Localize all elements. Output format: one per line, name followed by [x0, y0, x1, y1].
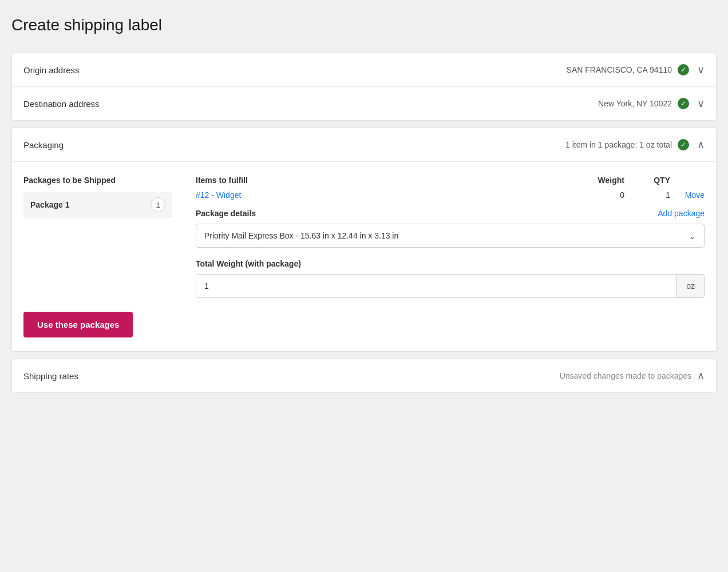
shipping-rates-chevron-icon: ∧ — [697, 370, 705, 382]
origin-value: SAN FRANCISCO, CA 94110 — [567, 65, 672, 74]
weight-label: Total Weight (with package) — [196, 259, 705, 268]
weight-input[interactable] — [196, 275, 676, 297]
items-header-qty: QTY — [624, 176, 670, 185]
item-link[interactable]: #12 - Widget — [196, 190, 567, 200]
origin-address-row[interactable]: Origin address SAN FRANCISCO, CA 94110 ✓… — [12, 53, 716, 87]
packages-grid: Packages to be Shipped Package 1 1 Items… — [23, 176, 705, 298]
shipping-rates-label: Shipping rates — [23, 371, 78, 381]
page-title: Create shipping label — [11, 11, 717, 39]
weight-section: Total Weight (with package) oz — [196, 259, 705, 298]
items-header-weight: Weight — [567, 176, 624, 185]
weight-input-wrapper: oz — [196, 274, 705, 298]
package-item[interactable]: Package 1 1 — [23, 192, 172, 218]
packages-column-header: Packages to be Shipped — [23, 176, 172, 185]
use-packages-button[interactable]: Use these packages — [23, 312, 133, 337]
unsaved-changes-text: Unsaved changes made to packages — [560, 371, 691, 380]
destination-value: New York, NY 10022 — [598, 99, 672, 108]
items-table-header: Items to fulfill Weight QTY — [196, 176, 705, 185]
packaging-check-icon: ✓ — [678, 139, 689, 150]
package-type-select[interactable]: Priority Mail Express Box - 15.63 in x 1… — [196, 224, 704, 247]
shipping-rates-header-row[interactable]: Shipping rates Unsaved changes made to p… — [12, 359, 716, 392]
destination-address-row[interactable]: Destination address New York, NY 10022 ✓… — [12, 87, 716, 120]
address-card: Origin address SAN FRANCISCO, CA 94110 ✓… — [11, 53, 717, 121]
packages-right-column: Items to fulfill Weight QTY #12 - Widget… — [184, 176, 705, 298]
package-type-select-wrapper[interactable]: Priority Mail Express Box - 15.63 in x 1… — [196, 224, 705, 248]
page-container: Create shipping label Origin address SAN… — [11, 11, 717, 393]
packaging-header-row[interactable]: Packaging 1 item in 1 package: 1 oz tota… — [12, 128, 716, 162]
packaging-chevron-icon: ∧ — [697, 138, 705, 151]
item-move-link[interactable]: Move — [670, 190, 705, 200]
destination-label: Destination address — [23, 99, 100, 109]
packaging-card: Packaging 1 item in 1 package: 1 oz tota… — [11, 128, 717, 352]
packaging-summary: 1 item in 1 package: 1 oz total — [565, 140, 672, 149]
packages-left-column: Packages to be Shipped Package 1 1 — [23, 176, 184, 298]
items-header-fulfill: Items to fulfill — [196, 176, 567, 185]
packaging-content: Packages to be Shipped Package 1 1 Items… — [12, 162, 716, 351]
item-qty: 1 — [624, 190, 670, 200]
add-package-link[interactable]: Add package — [658, 209, 705, 218]
destination-right: New York, NY 10022 ✓ ∨ — [598, 97, 705, 110]
package-details-label: Package details — [196, 209, 256, 218]
shipping-rates-right: Unsaved changes made to packages ∧ — [560, 370, 705, 382]
item-row: #12 - Widget 0 1 Move — [196, 190, 705, 200]
item-weight: 0 — [567, 190, 624, 200]
shipping-rates-card: Shipping rates Unsaved changes made to p… — [11, 359, 717, 393]
origin-right: SAN FRANCISCO, CA 94110 ✓ ∨ — [567, 63, 705, 76]
origin-chevron-icon: ∨ — [697, 63, 705, 76]
package-details-header: Package details Add package — [196, 209, 705, 218]
destination-chevron-icon: ∨ — [697, 97, 705, 110]
origin-label: Origin address — [23, 65, 80, 75]
destination-check-icon: ✓ — [678, 98, 689, 109]
packaging-label: Packaging — [23, 140, 64, 150]
package-details-section: Package details Add package Priority Mai… — [196, 209, 705, 248]
package-badge: 1 — [151, 197, 165, 212]
package-label: Package 1 — [30, 200, 70, 209]
origin-check-icon: ✓ — [678, 64, 689, 76]
packaging-right: 1 item in 1 package: 1 oz total ✓ ∧ — [565, 138, 705, 151]
weight-unit: oz — [676, 275, 704, 297]
